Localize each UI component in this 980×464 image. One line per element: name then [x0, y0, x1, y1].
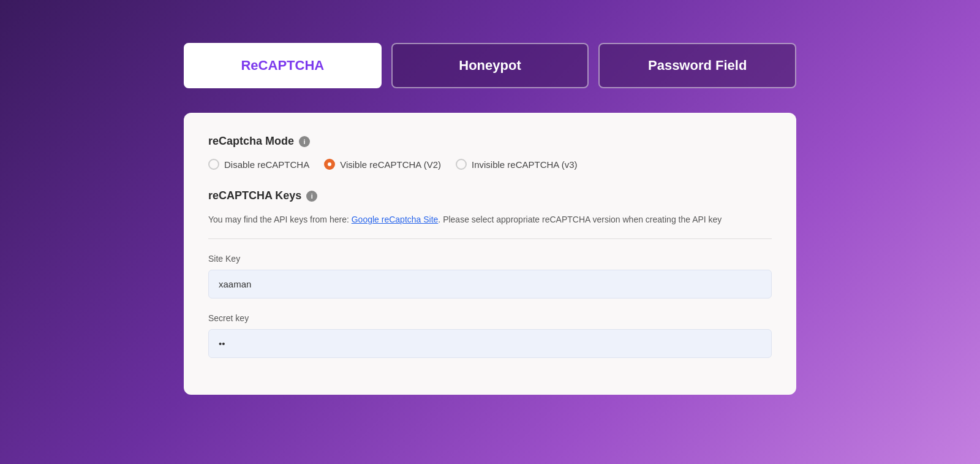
tab-recaptcha[interactable]: ReCAPTCHA [184, 43, 382, 88]
keys-description: You may find the API keys from here: Goo… [208, 213, 772, 226]
google-recaptcha-link[interactable]: Google reCaptcha Site [352, 215, 439, 224]
radio-circle-disable [208, 159, 219, 170]
radio-label-invisible: Invisible reCAPTCHA (v3) [472, 159, 578, 170]
radio-option-disable[interactable]: Disable reCAPTCHA [208, 159, 309, 170]
site-key-input[interactable] [208, 270, 772, 299]
radio-circle-visible [324, 159, 335, 170]
recaptcha-mode-section-title: reCaptcha Mode i [208, 135, 772, 148]
section-divider [208, 238, 772, 239]
site-key-label: Site Key [208, 254, 772, 264]
content-panel: reCaptcha Mode i Disable reCAPTCHA Visib… [184, 113, 796, 395]
secret-key-label: Secret key [208, 313, 772, 323]
secret-key-field-group: Secret key [208, 313, 772, 358]
tab-honeypot[interactable]: Honeypot [391, 43, 589, 88]
secret-key-input[interactable] [208, 329, 772, 358]
site-key-field-group: Site Key [208, 254, 772, 299]
radio-label-disable: Disable reCAPTCHA [224, 159, 309, 170]
recaptcha-keys-info-icon[interactable]: i [306, 191, 317, 202]
tabs-container: ReCAPTCHA Honeypot Password Field [184, 43, 796, 88]
keys-description-suffix: . Please select appropriate reCAPTCHA ve… [438, 215, 722, 224]
recaptcha-mode-radio-group: Disable reCAPTCHA Visible reCAPTCHA (V2)… [208, 159, 772, 170]
radio-option-invisible[interactable]: Invisible reCAPTCHA (v3) [456, 159, 578, 170]
recaptcha-keys-title-text: reCAPTCHA Keys [208, 189, 301, 202]
radio-option-visible[interactable]: Visible reCAPTCHA (V2) [324, 159, 441, 170]
keys-description-prefix: You may find the API keys from here: [208, 215, 352, 224]
recaptcha-keys-section-title: reCAPTCHA Keys i [208, 189, 772, 202]
radio-circle-invisible [456, 159, 467, 170]
recaptcha-mode-info-icon[interactable]: i [299, 136, 310, 147]
tab-password-field[interactable]: Password Field [598, 43, 796, 88]
recaptcha-mode-title-text: reCaptcha Mode [208, 135, 294, 148]
radio-label-visible: Visible reCAPTCHA (V2) [340, 159, 441, 170]
